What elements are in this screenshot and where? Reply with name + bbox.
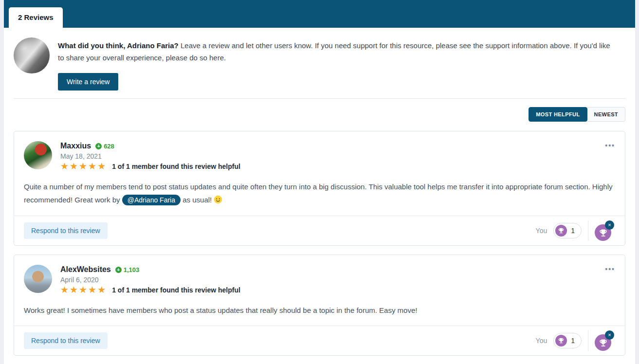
- reviewer-avatar[interactable]: [24, 141, 52, 169]
- review-footer: Respond to this review You 1 ×: [14, 326, 625, 355]
- review-body: Quite a number of my members tend to pos…: [24, 180, 615, 207]
- you-label: You: [536, 227, 548, 235]
- name-row: AlexWebsites +1,103: [60, 265, 615, 274]
- slight-smile-emoji-icon: [214, 195, 222, 204]
- review-text: as usual!: [181, 196, 214, 204]
- helpful-count-text: 1 of 1 member found this review helpful: [112, 163, 240, 170]
- review-header: AlexWebsites +1,103 April 6, 2020 ★★★★★ …: [24, 265, 615, 294]
- reactions-area: You 1 ×: [536, 330, 615, 351]
- respond-button[interactable]: Respond to this review: [24, 222, 108, 239]
- reviewer-avatar[interactable]: [24, 265, 52, 293]
- reaction-count: 1: [571, 337, 575, 345]
- mention-link[interactable]: @Adriano Faria: [122, 195, 181, 205]
- tab-bar: 2 Reviews: [4, 0, 635, 28]
- trophy-icon: [555, 335, 567, 346]
- you-label: You: [536, 337, 548, 345]
- review-date: May 18, 2021: [60, 152, 615, 160]
- options-menu-icon[interactable]: •••: [605, 266, 615, 273]
- remove-reaction-icon[interactable]: ×: [605, 220, 614, 230]
- review-meta: AlexWebsites +1,103 April 6, 2020 ★★★★★ …: [60, 265, 615, 294]
- remove-reaction-icon[interactable]: ×: [605, 330, 614, 340]
- stars-row: ★★★★★ 1 of 1 member found this review he…: [60, 285, 615, 294]
- sort-newest-button[interactable]: NEWEST: [587, 107, 625, 122]
- current-user-avatar: [14, 37, 50, 73]
- reputation-badge: +628: [95, 143, 114, 150]
- sort-row: MOST HELPFUL NEWEST: [14, 107, 625, 122]
- star-rating: ★★★★★: [60, 162, 107, 171]
- reviews-panel: What did you think, Adriano Faria? Leave…: [4, 28, 635, 364]
- review-text: Works great! I sometimes have members wh…: [24, 306, 417, 314]
- section-divider: [14, 98, 625, 99]
- review-date: April 6, 2020: [60, 276, 615, 284]
- reaction-count: 1: [571, 227, 575, 235]
- sort-most-helpful-button[interactable]: MOST HELPFUL: [529, 107, 587, 122]
- review-text: Quite a number of my members tend to pos…: [24, 182, 613, 204]
- intro-text: What did you think, Adriano Faria? Leave…: [58, 37, 617, 64]
- review-main: Maxxius +628 May 18, 2021 ★★★★★ 1 of 1 m…: [14, 131, 625, 216]
- review-body: Works great! I sometimes have members wh…: [24, 304, 615, 317]
- tab-reviews[interactable]: 2 Reviews: [9, 7, 63, 28]
- stars-row: ★★★★★ 1 of 1 member found this review he…: [60, 162, 615, 171]
- reaction-count-pill[interactable]: 1: [553, 223, 582, 238]
- give-reaction-badge: ×: [595, 220, 615, 241]
- reputation-count: 1,103: [124, 266, 140, 273]
- review-footer: Respond to this review You 1 ×: [14, 216, 625, 245]
- reviewer-username[interactable]: Maxxius: [60, 142, 91, 150]
- intro-column: What did you think, Adriano Faria? Leave…: [58, 37, 617, 91]
- write-review-prompt: What did you think, Adriano Faria? Leave…: [14, 37, 625, 91]
- reviews-page: 2 Reviews What did you think, Adriano Fa…: [4, 0, 635, 364]
- footer-divider: [588, 220, 588, 241]
- review-meta: Maxxius +628 May 18, 2021 ★★★★★ 1 of 1 m…: [60, 141, 615, 171]
- reactions-area: You 1 ×: [536, 220, 615, 241]
- review-main: AlexWebsites +1,103 April 6, 2020 ★★★★★ …: [14, 255, 625, 326]
- reputation-badge: +1,103: [115, 266, 140, 273]
- helpful-count-text: 1 of 1 member found this review helpful: [112, 286, 240, 294]
- reputation-count: 628: [104, 143, 114, 150]
- review-card: AlexWebsites +1,103 April 6, 2020 ★★★★★ …: [14, 255, 625, 356]
- review-card: Maxxius +628 May 18, 2021 ★★★★★ 1 of 1 m…: [14, 131, 625, 246]
- reputation-plus-icon: +: [115, 267, 122, 273]
- intro-greeting: What did you think, Adriano Faria?: [58, 41, 179, 50]
- give-reaction-badge: ×: [595, 330, 615, 351]
- reputation-plus-icon: +: [95, 143, 102, 149]
- options-menu-icon[interactable]: •••: [605, 142, 615, 149]
- footer-divider: [588, 330, 588, 351]
- name-row: Maxxius +628: [60, 141, 615, 150]
- respond-button[interactable]: Respond to this review: [24, 332, 108, 349]
- trophy-icon: [555, 225, 567, 237]
- review-header: Maxxius +628 May 18, 2021 ★★★★★ 1 of 1 m…: [24, 141, 615, 171]
- sort-control: MOST HELPFUL NEWEST: [529, 107, 625, 122]
- reaction-count-pill[interactable]: 1: [553, 333, 582, 348]
- star-rating: ★★★★★: [60, 285, 107, 294]
- write-review-button[interactable]: Write a review: [58, 73, 118, 91]
- reviewer-username[interactable]: AlexWebsites: [60, 265, 111, 274]
